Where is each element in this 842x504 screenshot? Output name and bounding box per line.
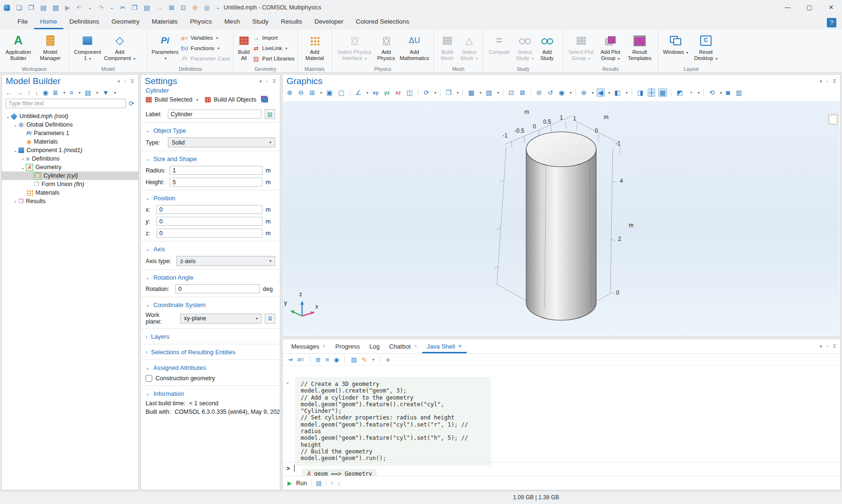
tree-item-component-materials[interactable]: Materials xyxy=(2,188,138,197)
run-icon[interactable]: ▶ xyxy=(287,480,292,487)
result-templates-button[interactable]: Result Templates xyxy=(625,32,654,61)
paste-icon[interactable]: ▤ xyxy=(144,4,150,11)
part-libraries-button[interactable]: ▤ Part Libraries xyxy=(252,54,295,63)
section-rotation-angle[interactable]: Rotation Angle xyxy=(153,274,193,281)
hide-selected-icon[interactable]: ⊘ xyxy=(535,88,543,97)
section-selections[interactable]: Selections of Resulting Entities xyxy=(151,349,235,356)
panel-menu-icon[interactable]: ▾ xyxy=(820,78,823,85)
tab-progress[interactable]: Progress xyxy=(330,339,365,353)
float-panel-icon[interactable]: ▫ xyxy=(124,78,126,84)
collapse-entry-icon[interactable]: ⌄ xyxy=(286,379,289,385)
construction-geometry-checkbox[interactable] xyxy=(146,375,152,382)
console-output-icon[interactable]: ▤ xyxy=(316,479,321,487)
toolbar-options-icon[interactable]: ⌄ xyxy=(216,5,220,10)
save-as-icon[interactable]: ▨ xyxy=(52,4,59,11)
select-box-icon[interactable]: ⊡ xyxy=(181,4,186,11)
sync-icon[interactable]: ⟲ xyxy=(708,88,716,97)
history-up-icon[interactable]: ↑ xyxy=(330,480,333,487)
axis-type-select[interactable]: z-axis▾ xyxy=(176,256,275,266)
undo-icon[interactable]: ↶ xyxy=(76,4,82,11)
panel-menu-icon[interactable]: ▾ xyxy=(118,78,121,85)
panel-menu-icon[interactable]: ▾ xyxy=(260,78,262,85)
application-builder-button[interactable]: A Application Builder xyxy=(3,32,34,61)
view-yz-icon[interactable]: yz xyxy=(383,89,391,96)
menu-physics[interactable]: Physics xyxy=(184,15,218,29)
color-theme-icon[interactable]: ◩ xyxy=(675,88,684,97)
add-study-button[interactable]: Add Study xyxy=(537,32,557,61)
section-object-type[interactable]: Object Type xyxy=(153,127,186,134)
zoom-out-icon[interactable]: ⊖ xyxy=(297,88,305,97)
scene-appearance-icon[interactable]: ❐ xyxy=(444,88,453,97)
menu-home[interactable]: Home xyxy=(34,15,63,29)
view-xz-icon[interactable]: xz xyxy=(394,89,402,96)
work-plane-list-button[interactable]: ≣ xyxy=(265,314,275,324)
add-mathematics-button[interactable]: ΔU Add Mathematics xyxy=(398,32,431,61)
tree-item-root[interactable]: ⌄ Untitled.mph (root) xyxy=(2,112,138,120)
history-down-icon[interactable]: ↓ xyxy=(338,480,340,487)
collapse-all-icon[interactable]: ≡ xyxy=(69,89,73,96)
redo-icon[interactable]: ↷ xyxy=(98,4,104,11)
show-entries-icon[interactable]: ◉ xyxy=(334,356,339,363)
z-input[interactable] xyxy=(156,229,262,238)
build-all-objects-button[interactable]: Build All Objects xyxy=(214,96,256,103)
default-view-icon[interactable]: ∠ xyxy=(354,88,363,97)
menu-developer[interactable]: Developer xyxy=(308,15,350,29)
wireframe-icon[interactable]: ⊛ xyxy=(580,88,588,97)
clear-selection-icon[interactable]: ⊘ xyxy=(192,4,198,11)
expander-icon[interactable]: ⌄ xyxy=(12,148,18,153)
section-size-shape[interactable]: Size and Shape xyxy=(153,155,197,162)
print-icon[interactable]: ▥ xyxy=(734,88,743,97)
tree-item-form-union[interactable]: ❐ Form Union (fin) xyxy=(2,180,138,188)
rotation-input[interactable] xyxy=(175,284,260,293)
zoom-selected-icon[interactable]: ▢ xyxy=(337,88,346,97)
menu-definitions[interactable]: Definitions xyxy=(63,15,105,29)
forward-icon[interactable]: → xyxy=(17,89,23,96)
add-component-button[interactable]: ◇ Add Component ▾ xyxy=(104,32,135,61)
tree-filter-input[interactable] xyxy=(6,99,126,108)
model-manager-button[interactable]: Model Manager xyxy=(35,32,66,61)
tab-log[interactable]: Log xyxy=(365,339,384,353)
close-icon[interactable]: × xyxy=(459,343,462,350)
section-position[interactable]: Position xyxy=(153,195,175,202)
reset-hiding-icon[interactable]: ↺ xyxy=(546,88,555,97)
section-axis[interactable]: Axis xyxy=(153,246,165,253)
radius-input[interactable] xyxy=(170,166,262,175)
new-file-icon[interactable]: ❏ xyxy=(16,4,22,11)
section-information[interactable]: Information xyxy=(153,390,184,397)
type-select[interactable]: Solid▾ xyxy=(168,137,275,147)
tree-item-global-materials[interactable]: ◉ Materials xyxy=(2,137,138,146)
pin-panel-icon[interactable]: ⊼ xyxy=(272,78,276,85)
rotate-view-icon[interactable]: ⟳ xyxy=(422,88,431,97)
move-up-icon[interactable]: ↑ xyxy=(27,89,31,96)
expander-icon[interactable]: ⌄ xyxy=(5,114,11,119)
expand-entries-icon[interactable]: ≣ xyxy=(316,356,321,363)
tree-item-results[interactable]: › ❐ Results xyxy=(2,197,138,205)
tree-item-global-definitions[interactable]: ⌄ ⊕ Global Definitions xyxy=(2,120,138,129)
section-coordinate-system[interactable]: Coordinate System xyxy=(153,301,206,308)
pin-panel-icon[interactable]: ⊼ xyxy=(130,78,134,85)
tree-item-parameters[interactable]: Pi Parameters 1 xyxy=(2,129,138,137)
menu-materials[interactable]: Materials xyxy=(146,15,184,29)
tree-item-definitions[interactable]: › ≡ Definitions xyxy=(2,154,138,163)
move-to-editor-icon[interactable]: ⇥ xyxy=(287,356,293,363)
close-icon[interactable]: × xyxy=(414,343,417,350)
tree-item-cylinder[interactable]: Cylinder (cyl) xyxy=(2,171,138,180)
label-options-button[interactable]: ▤ xyxy=(265,109,275,119)
variables-button[interactable]: a= Variables▾ xyxy=(181,34,230,42)
material-color-icon[interactable]: ◔ xyxy=(687,88,694,97)
add-plot-group-button[interactable]: Add Plot Group ▾ xyxy=(597,32,624,61)
clear-shell-icon[interactable]: ✎ xyxy=(362,356,367,363)
component-1-button[interactable]: Component 1 ▾ xyxy=(72,32,103,61)
expander-icon[interactable]: ⌄ xyxy=(12,122,18,128)
create-selection-button[interactable] xyxy=(262,97,268,103)
tab-java-shell[interactable]: Java Shell× xyxy=(422,339,467,353)
delete-icon[interactable]: ⊠ xyxy=(169,4,174,11)
graphics-canvas[interactable]: m -1 -0.5 0 0.5 1 1 m 0 -1 4 m 2 0 z y x xyxy=(283,101,840,336)
minimize-button[interactable]: — xyxy=(777,0,799,15)
add-physics-button[interactable]: Add Physics xyxy=(375,32,397,61)
close-button[interactable]: ✕ xyxy=(820,0,842,15)
collapse-entries-icon[interactable]: ≡ xyxy=(326,356,330,363)
menu-results[interactable]: Results xyxy=(275,15,308,29)
maximize-button[interactable]: ▢ xyxy=(799,0,820,15)
camera-projection-icon[interactable]: ◫ xyxy=(405,88,414,97)
